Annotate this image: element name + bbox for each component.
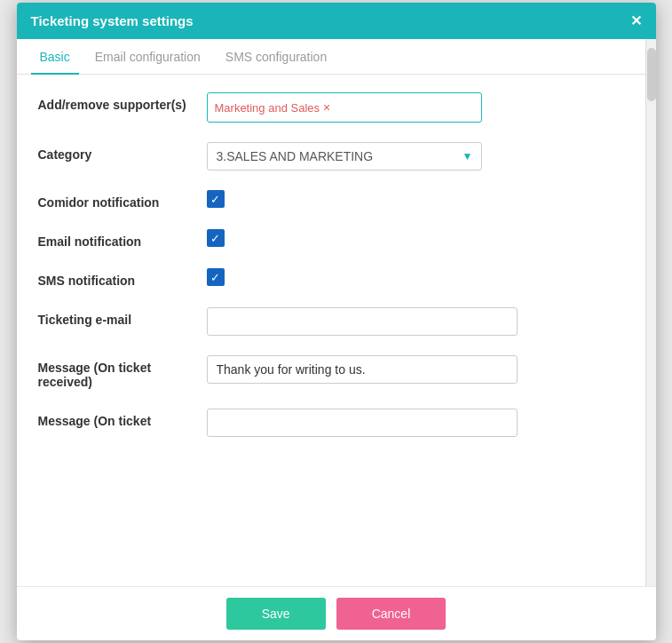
checkmark-icon: ✓ (210, 194, 220, 205)
sms-notif-row: SMS notification ✓ (38, 268, 624, 288)
comidor-notif-checkbox[interactable]: ✓ (207, 190, 225, 208)
category-row: Category 3.SALES AND MARKETING ▼ (38, 142, 624, 171)
email-notif-control: ✓ (207, 229, 624, 247)
category-label: Category (38, 142, 207, 162)
dialog-footer: Save Cancel (17, 586, 656, 640)
message-ticket-control (207, 409, 624, 437)
ticketing-email-row: Ticketing e-mail (38, 307, 624, 336)
ticketing-settings-dialog: Ticketing system settings ✕ Basic Email … (17, 3, 656, 640)
sms-notif-label: SMS notification (38, 268, 207, 288)
email-notif-checkbox[interactable]: ✓ (207, 229, 225, 247)
sms-notif-control: ✓ (207, 268, 624, 286)
sms-notif-checkbox[interactable]: ✓ (207, 268, 225, 286)
dialog-content: Basic Email configuration SMS configurat… (17, 39, 645, 586)
message-ticket-row: Message (On ticket (38, 409, 624, 437)
message-received-row: Message (On ticket received) (38, 355, 624, 389)
message-ticket-input[interactable] (207, 409, 518, 437)
supporter-control: Marketing and Sales × (207, 92, 624, 123)
supporter-tag: Marketing and Sales × (215, 100, 331, 115)
cancel-button[interactable]: Cancel (336, 598, 447, 630)
dialog-header: Ticketing system settings ✕ (17, 3, 656, 39)
ticketing-email-label: Ticketing e-mail (38, 307, 207, 327)
supporter-tag-input[interactable]: Marketing and Sales × (207, 92, 482, 123)
message-received-label: Message (On ticket received) (38, 355, 207, 389)
email-notif-label: Email notification (38, 229, 207, 249)
comidor-notif-label: Comidor notification (38, 190, 207, 210)
email-notif-row: Email notification ✓ (38, 229, 624, 249)
comidor-notif-row: Comidor notification ✓ (38, 190, 624, 210)
message-ticket-label: Message (On ticket (38, 409, 207, 428)
category-control: 3.SALES AND MARKETING ▼ (207, 142, 624, 171)
form-area: Add/remove supporter(s) Marketing and Sa… (17, 75, 645, 474)
tab-email-configuration[interactable]: Email configuration (86, 39, 210, 75)
category-select[interactable]: 3.SALES AND MARKETING (207, 142, 482, 171)
tab-sms-configuration[interactable]: SMS configuration (217, 39, 336, 75)
close-button[interactable]: ✕ (630, 14, 642, 28)
ticketing-email-control (207, 307, 624, 336)
dialog-title: Ticketing system settings (31, 13, 194, 28)
tag-remove-button[interactable]: × (323, 100, 330, 115)
checkmark-icon: ✓ (210, 233, 220, 244)
scrollbar-thumb[interactable] (647, 48, 656, 101)
message-received-control (207, 355, 624, 384)
tab-basic[interactable]: Basic (31, 39, 79, 75)
supporter-row: Add/remove supporter(s) Marketing and Sa… (38, 92, 624, 123)
category-select-wrapper: 3.SALES AND MARKETING ▼ (207, 142, 482, 171)
ticketing-email-input[interactable] (207, 307, 518, 336)
supporter-label: Add/remove supporter(s) (38, 92, 207, 112)
checkmark-icon: ✓ (210, 272, 220, 283)
message-received-input[interactable] (207, 355, 518, 384)
comidor-notif-control: ✓ (207, 190, 624, 208)
scrollbar-track (645, 39, 656, 586)
save-button[interactable]: Save (226, 598, 326, 630)
tab-bar: Basic Email configuration SMS configurat… (17, 39, 645, 75)
dialog-body: Basic Email configuration SMS configurat… (17, 39, 656, 586)
